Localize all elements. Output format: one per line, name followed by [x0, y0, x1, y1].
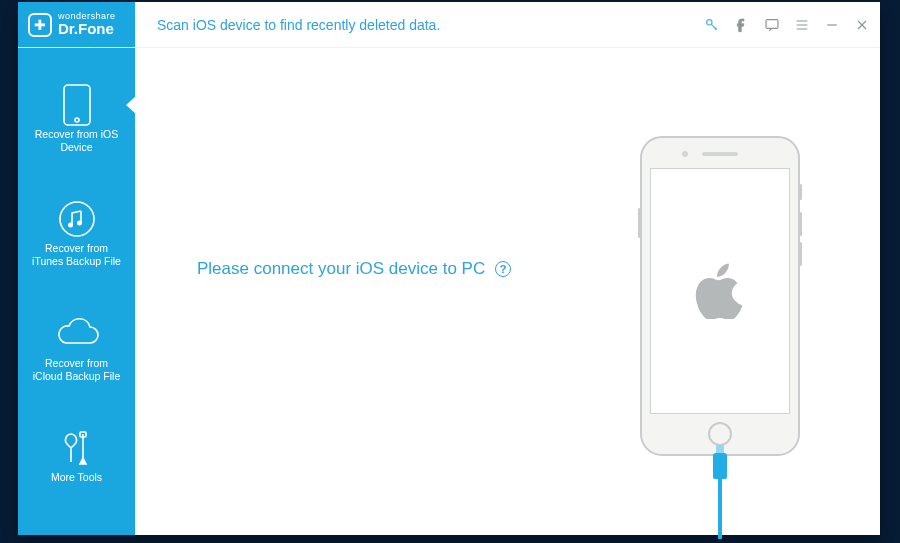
logo-icon	[28, 13, 52, 37]
phone-illustration	[640, 136, 800, 456]
logo-text: wondershare Dr.Fone	[58, 12, 116, 37]
sidebar-item-recover-ios-device[interactable]: Recover from iOS Device	[18, 74, 135, 170]
sidebar: Recover from iOS Device Recover from iTu…	[18, 48, 135, 535]
key-icon[interactable]	[704, 17, 720, 33]
sidebar-item-label: Recover from iCloud Backup File	[24, 357, 129, 383]
svg-point-0	[707, 19, 712, 24]
cable-plug-icon	[713, 453, 727, 479]
phone-camera-icon	[682, 151, 688, 157]
phone-power-button-icon	[638, 208, 641, 238]
phone-mute-switch-icon	[799, 184, 802, 200]
minimize-button[interactable]	[824, 17, 840, 33]
logo: wondershare Dr.Fone	[18, 2, 135, 47]
phone-screen	[650, 168, 790, 414]
phone-volume-down-icon	[799, 242, 802, 266]
brand-bottom: Dr.Fone	[58, 21, 116, 37]
sidebar-item-recover-itunes[interactable]: Recover from iTunes Backup File	[18, 188, 135, 284]
facebook-icon[interactable]	[734, 17, 750, 33]
phone-speaker-icon	[702, 152, 738, 156]
app-window: wondershare Dr.Fone Scan iOS device to f…	[18, 2, 880, 535]
sidebar-item-label: Recover from iOS Device	[24, 128, 129, 154]
apple-logo-icon	[692, 263, 748, 319]
cable-wire-icon	[718, 479, 722, 539]
music-note-icon	[24, 196, 129, 242]
sidebar-item-more-tools[interactable]: More Tools	[18, 417, 135, 500]
sidebar-item-label: More Tools	[24, 471, 129, 484]
sidebar-item-label: Recover from iTunes Backup File	[24, 242, 129, 268]
menu-icon[interactable]	[794, 17, 810, 33]
svg-point-4	[60, 202, 94, 236]
app-body: Recover from iOS Device Recover from iTu…	[18, 48, 880, 535]
help-icon[interactable]: ?	[495, 261, 511, 277]
cable-illustration	[710, 453, 730, 539]
svg-point-3	[75, 118, 79, 122]
sidebar-item-recover-icloud[interactable]: Recover from iCloud Backup File	[18, 303, 135, 399]
phone-volume-up-icon	[799, 212, 802, 236]
svg-rect-1	[766, 19, 778, 28]
svg-rect-2	[64, 85, 90, 125]
connect-prompt-text: Please connect your iOS device to PC	[197, 259, 485, 279]
titlebar: wondershare Dr.Fone Scan iOS device to f…	[18, 2, 880, 48]
window-controls	[704, 2, 880, 47]
feedback-icon[interactable]	[764, 17, 780, 33]
connect-prompt: Please connect your iOS device to PC ?	[197, 259, 511, 279]
svg-point-5	[68, 223, 73, 228]
tools-icon	[24, 425, 129, 471]
phone-icon	[24, 82, 129, 128]
phone-home-button-icon	[708, 422, 732, 446]
cloud-icon	[24, 311, 129, 357]
close-button[interactable]	[854, 17, 870, 33]
main-content: Please connect your iOS device to PC ?	[135, 48, 880, 535]
header-instruction: Scan iOS device to find recently deleted…	[135, 2, 704, 47]
